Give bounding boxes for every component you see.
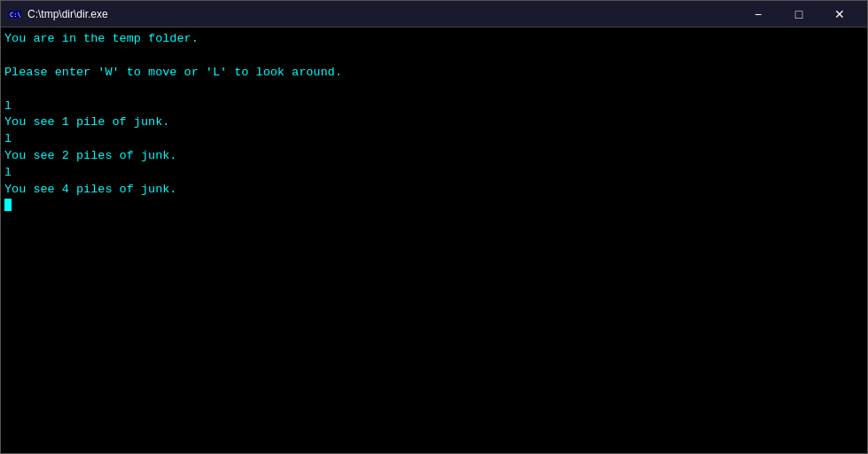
console-area[interactable]: You are in the temp folder. Please enter… <box>1 27 867 453</box>
window-controls: − □ ✕ <box>738 1 860 27</box>
title-bar-left: C:\ C:\tmp\dir\dir.exe <box>8 7 108 21</box>
maximize-button[interactable]: □ <box>778 1 819 27</box>
title-bar: C:\ C:\tmp\dir\dir.exe − □ ✕ <box>1 1 867 27</box>
cursor <box>4 199 12 211</box>
window-title: C:\tmp\dir\dir.exe <box>27 8 108 20</box>
svg-text:C:\: C:\ <box>10 12 21 19</box>
console-input-line <box>4 199 864 211</box>
close-button[interactable]: ✕ <box>819 1 860 27</box>
console-output: You are in the temp folder. Please enter… <box>4 31 864 199</box>
minimize-button[interactable]: − <box>738 1 778 27</box>
cmd-icon: C:\ <box>8 7 22 21</box>
terminal-window: C:\ C:\tmp\dir\dir.exe − □ ✕ You are in … <box>0 0 868 454</box>
